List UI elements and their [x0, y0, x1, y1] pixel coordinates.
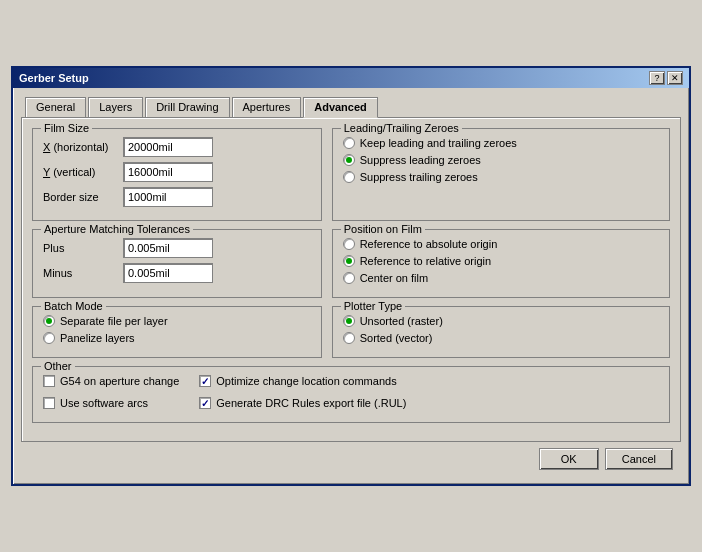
radio-separate-file[interactable]	[43, 315, 55, 327]
radio-absolute[interactable]	[343, 238, 355, 250]
tab-advanced[interactable]: Advanced	[303, 97, 378, 118]
minus-input[interactable]	[123, 263, 213, 283]
radio-sorted[interactable]	[343, 332, 355, 344]
checkbox-g54-label: G54 on aperture change	[60, 375, 179, 387]
tab-layers[interactable]: Layers	[88, 97, 143, 118]
other-right-col: Optimize change location commands Genera…	[199, 375, 406, 414]
position-on-film-group: Position on Film Reference to absolute o…	[332, 229, 670, 298]
aperture-tolerances-label: Aperture Matching Tolerances	[41, 223, 193, 235]
other-group: Other G54 on aperture change Use softwar…	[32, 366, 670, 423]
tab-general[interactable]: General	[25, 97, 86, 118]
tab-apertures[interactable]: Apertures	[232, 97, 302, 118]
leading-trailing-radio-1[interactable]: Suppress leading zeroes	[343, 154, 659, 166]
button-row: OK Cancel	[21, 442, 681, 476]
checkbox-g54[interactable]	[43, 375, 55, 387]
checkbox-software-arcs-label: Use software arcs	[60, 397, 148, 409]
window-title: Gerber Setup	[19, 72, 89, 84]
checkbox-optimize[interactable]	[199, 375, 211, 387]
x-field-row: X (horizontal)	[43, 137, 311, 157]
radio-suppress-leading-label: Suppress leading zeroes	[360, 154, 481, 166]
tab-content: Film Size X (horizontal) Y (vertical) Bo…	[21, 117, 681, 442]
x-label: X (horizontal)	[43, 141, 123, 153]
minus-field-row: Minus	[43, 263, 311, 283]
cancel-button[interactable]: Cancel	[605, 448, 673, 470]
radio-unsorted-label: Unsorted (raster)	[360, 315, 443, 327]
plotter-radio-0[interactable]: Unsorted (raster)	[343, 315, 659, 327]
other-checkbox-2[interactable]: Optimize change location commands	[199, 375, 406, 387]
tab-bar: General Layers Drill Drawing Apertures A…	[21, 96, 681, 117]
radio-panelize[interactable]	[43, 332, 55, 344]
radio-sorted-label: Sorted (vector)	[360, 332, 433, 344]
x-input[interactable]	[123, 137, 213, 157]
y-input[interactable]	[123, 162, 213, 182]
window-content: General Layers Drill Drawing Apertures A…	[13, 88, 689, 484]
border-field-row: Border size	[43, 187, 311, 207]
position-radio-2[interactable]: Center on film	[343, 272, 659, 284]
plus-input[interactable]	[123, 238, 213, 258]
batch-mode-label: Batch Mode	[41, 300, 106, 312]
row3: Batch Mode Separate file per layer Panel…	[32, 306, 670, 358]
position-radio-1[interactable]: Reference to relative origin	[343, 255, 659, 267]
leading-trailing-group: Leading/Trailing Zeroes Keep leading and…	[332, 128, 670, 221]
radio-relative-label: Reference to relative origin	[360, 255, 491, 267]
batch-radio-1[interactable]: Panelize layers	[43, 332, 311, 344]
leading-trailing-radio-0[interactable]: Keep leading and trailing zeroes	[343, 137, 659, 149]
position-radio-0[interactable]: Reference to absolute origin	[343, 238, 659, 250]
radio-relative[interactable]	[343, 255, 355, 267]
other-checkbox-3[interactable]: Generate DRC Rules export file (.RUL)	[199, 397, 406, 409]
radio-suppress-trailing[interactable]	[343, 171, 355, 183]
close-button[interactable]: ✕	[667, 71, 683, 85]
checkbox-software-arcs[interactable]	[43, 397, 55, 409]
leading-trailing-radio-2[interactable]: Suppress trailing zeroes	[343, 171, 659, 183]
row2: Aperture Matching Tolerances Plus Minus …	[32, 229, 670, 298]
other-checkbox-0[interactable]: G54 on aperture change	[43, 375, 179, 387]
radio-center[interactable]	[343, 272, 355, 284]
title-bar: Gerber Setup ? ✕	[13, 68, 689, 88]
batch-radio-0[interactable]: Separate file per layer	[43, 315, 311, 327]
y-label: Y (vertical)	[43, 166, 123, 178]
other-checkbox-1[interactable]: Use software arcs	[43, 397, 179, 409]
tab-drill-drawing[interactable]: Drill Drawing	[145, 97, 229, 118]
radio-keep[interactable]	[343, 137, 355, 149]
checkbox-generate-drc-label: Generate DRC Rules export file (.RUL)	[216, 397, 406, 409]
window: Gerber Setup ? ✕ General Layers Drill Dr…	[11, 66, 691, 486]
plus-label: Plus	[43, 242, 123, 254]
border-input[interactable]	[123, 187, 213, 207]
title-bar-buttons: ? ✕	[649, 71, 683, 85]
y-field-row: Y (vertical)	[43, 162, 311, 182]
help-button[interactable]: ?	[649, 71, 665, 85]
radio-suppress-trailing-label: Suppress trailing zeroes	[360, 171, 478, 183]
minus-label: Minus	[43, 267, 123, 279]
radio-center-label: Center on film	[360, 272, 428, 284]
plotter-type-group: Plotter Type Unsorted (raster) Sorted (v…	[332, 306, 670, 358]
other-label: Other	[41, 360, 75, 372]
film-size-label: Film Size	[41, 122, 92, 134]
radio-panelize-label: Panelize layers	[60, 332, 135, 344]
leading-trailing-label: Leading/Trailing Zeroes	[341, 122, 462, 134]
row1: Film Size X (horizontal) Y (vertical) Bo…	[32, 128, 670, 221]
radio-unsorted[interactable]	[343, 315, 355, 327]
plotter-radio-1[interactable]: Sorted (vector)	[343, 332, 659, 344]
other-left-col: G54 on aperture change Use software arcs	[43, 375, 179, 414]
radio-absolute-label: Reference to absolute origin	[360, 238, 498, 250]
other-content: G54 on aperture change Use software arcs…	[43, 375, 659, 414]
border-label: Border size	[43, 191, 123, 203]
plotter-type-label: Plotter Type	[341, 300, 406, 312]
radio-suppress-leading[interactable]	[343, 154, 355, 166]
radio-keep-label: Keep leading and trailing zeroes	[360, 137, 517, 149]
plus-field-row: Plus	[43, 238, 311, 258]
position-on-film-label: Position on Film	[341, 223, 425, 235]
checkbox-generate-drc[interactable]	[199, 397, 211, 409]
ok-button[interactable]: OK	[539, 448, 599, 470]
radio-separate-file-label: Separate file per layer	[60, 315, 168, 327]
batch-mode-group: Batch Mode Separate file per layer Panel…	[32, 306, 322, 358]
film-size-group: Film Size X (horizontal) Y (vertical) Bo…	[32, 128, 322, 221]
checkbox-optimize-label: Optimize change location commands	[216, 375, 396, 387]
aperture-tolerances-group: Aperture Matching Tolerances Plus Minus	[32, 229, 322, 298]
